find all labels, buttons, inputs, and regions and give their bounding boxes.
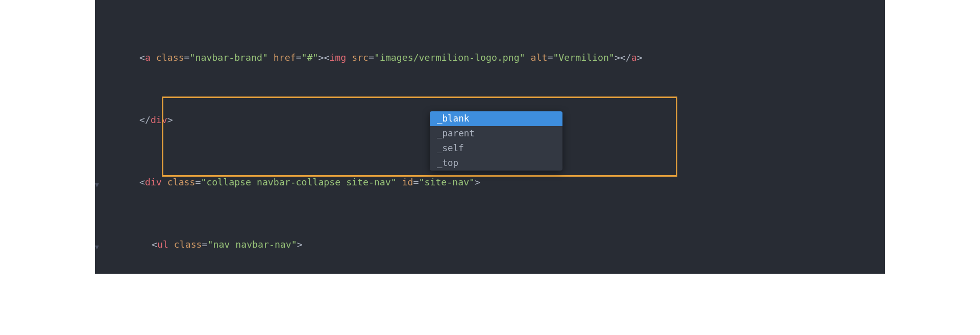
autocomplete-popup[interactable]: _blank _parent _self _top [430, 111, 562, 171]
tag-name: a [145, 52, 151, 63]
attr-name: alt [531, 52, 548, 63]
tag-name: div [151, 114, 167, 125]
autocomplete-item-self[interactable]: _self [430, 141, 562, 156]
tag-name: ul [157, 239, 168, 250]
attr-value: collapse navbar-collapse site-nav [206, 177, 390, 187]
editor-viewport[interactable]: <a class="navbar-brand" href="#"><img sr… [95, 0, 885, 274]
fold-icon[interactable]: ▼ [95, 179, 99, 191]
tag-name: div [145, 177, 162, 187]
attr-value: nav navbar-nav [213, 239, 291, 250]
punct: < [139, 52, 145, 63]
attr-value: site-nav [424, 177, 469, 187]
tag-name: img [329, 52, 346, 63]
attr-value: images/vermilion-logo.png [380, 52, 520, 63]
autocomplete-item-blank[interactable]: _blank [430, 111, 562, 126]
attr-name: class [167, 177, 195, 187]
attr-name: src [352, 52, 369, 63]
code-line[interactable]: ▼<ul class="nav navbar-nav"> [95, 238, 885, 251]
code-line[interactable]: ▼<div class="collapse navbar-collapse si… [95, 176, 885, 188]
attr-name: class [156, 52, 184, 63]
attr-value: Vermilion [558, 52, 609, 63]
attr-name: class [174, 239, 202, 250]
attr-name: id [402, 177, 413, 187]
autocomplete-item-parent[interactable]: _parent [430, 126, 562, 141]
attr-value: # [307, 52, 313, 63]
fold-icon[interactable]: ▼ [95, 241, 99, 253]
code-line[interactable]: <a class="navbar-brand" href="#"><img sr… [95, 52, 885, 64]
attr-name: href [274, 52, 296, 63]
autocomplete-item-top[interactable]: _top [430, 156, 562, 171]
attr-value: navbar-brand [195, 52, 262, 63]
